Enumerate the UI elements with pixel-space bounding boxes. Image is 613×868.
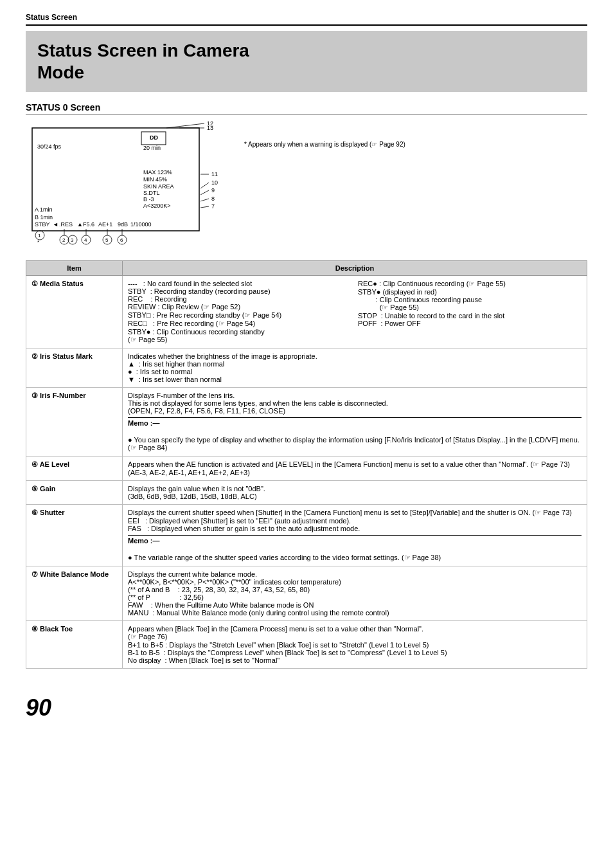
svg-text:1: 1 [38,233,41,239]
table-desc-cell: Appears when the AE function is activate… [123,457,587,481]
table-desc-cell: Indicates whether the brightness of the … [123,348,587,388]
table-desc-cell: Displays the current white balance mode.… [123,566,587,621]
table-item-cell: ④ AE Level [26,457,123,481]
svg-line-21 [200,199,209,201]
svg-line-19 [200,190,209,195]
callout-note-area: * Appears only when a warning is display… [244,122,405,250]
svg-text:AE+1: AE+1 [98,221,112,228]
svg-text:8: 8 [211,195,215,202]
svg-text:11: 11 [211,171,218,177]
svg-text:STBY: STBY [35,221,50,228]
svg-text:SKIN AREA: SKIN AREA [143,183,174,190]
table-desc-cell: Displays the gain value when it is not "… [123,481,587,505]
svg-text:.RES: .RES [59,221,73,228]
table-item-cell: ③ Iris F-Number [26,388,123,457]
svg-text:4: 4 [84,237,87,243]
description-table: Item Description ① Media Status---- : No… [26,260,587,669]
svg-text:6: 6 [120,237,123,243]
svg-text:B -3: B -3 [143,196,154,203]
table-desc-cell: Displays the current shutter speed when … [123,505,587,566]
svg-text:30/24 fps: 30/24 fps [37,143,62,150]
svg-text:7: 7 [211,203,215,210]
col-item: Item [26,261,123,276]
table-item-cell: ⑥ Shutter [26,505,123,566]
table-item-cell: ② Iris Status Mark [26,348,123,388]
page-number: 90 [26,694,587,721]
svg-text:9dB: 9dB [118,221,128,228]
svg-text:9: 9 [211,187,215,194]
svg-text:20 min: 20 min [143,145,161,151]
svg-text:5: 5 [105,237,109,243]
table-desc-cell: Appears when [Black Toe] in the [Camera … [123,621,587,669]
svg-text:1/10000: 1/10000 [130,221,152,228]
table-desc-cell: Displays F-number of the lens iris. This… [123,388,587,457]
col-desc: Description [123,261,587,276]
table-item-cell: ⑦ White Balance Mode [26,566,123,621]
svg-line-23 [200,206,209,208]
svg-text:2: 2 [62,237,66,243]
svg-text:10: 10 [211,179,218,186]
title-box: Status Screen in Camera Mode [26,31,587,92]
top-label: Status Screen [26,13,587,26]
svg-text:DD: DD [150,134,158,141]
svg-text:◄: ◄ [53,221,58,228]
svg-text:MIN  45%: MIN 45% [143,176,167,183]
diagram-area: 30/24 fps DD 20 min 13 12 MAX 123% MIN 4… [26,122,587,250]
svg-text:▲F5.6: ▲F5.6 [77,221,94,228]
table-desc-cell: ---- : No card found in the selected slo… [123,276,587,348]
svg-text:MAX 123%: MAX 123% [143,169,172,176]
svg-text:12: 12 [207,122,213,127]
svg-text:*: * [37,239,39,245]
svg-line-7 [166,123,204,128]
svg-text:S.DTL: S.DTL [143,190,160,196]
table-item-cell: ① Media Status [26,276,123,348]
page-title: Status Screen in Camera Mode [37,40,576,83]
callout-note: * Appears only when a warning is display… [244,141,405,148]
svg-text:B  1min: B 1min [35,214,53,221]
table-item-cell: ⑤ Gain [26,481,123,505]
status-screen-diagram: 30/24 fps DD 20 min 13 12 MAX 123% MIN 4… [26,122,231,250]
section-title: STATUS 0 Screen [26,102,587,115]
table-item-cell: ⑧ Black Toe [26,621,123,669]
svg-text:3: 3 [71,237,74,243]
svg-text:A  1min: A 1min [35,206,53,213]
svg-line-17 [200,183,209,188]
svg-text:A<3200K>: A<3200K> [143,203,171,209]
